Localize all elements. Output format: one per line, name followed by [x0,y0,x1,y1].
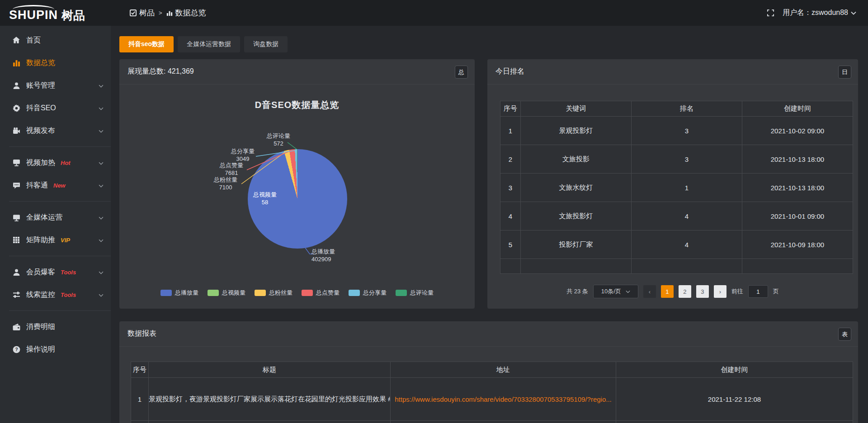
table-cell: 景观投影灯 [521,117,632,145]
bar-chart-icon [166,10,173,16]
chevron-down-icon [99,291,104,299]
legend-item[interactable]: 总视频量 [208,289,245,297]
total-view-button[interactable]: 总 [455,66,468,79]
sidebar-item-data-overview[interactable]: 数据总览 [0,52,111,74]
table-cell: 2021-10-09 18:00 [742,230,853,259]
table-cell [500,259,521,274]
chevron-down-icon [626,290,630,293]
sidebar-item-video-heat[interactable]: 视频加热 Hot [0,151,111,174]
table-cell [742,259,853,274]
sidebar-item-video-publish[interactable]: 视频发布 [0,119,111,142]
sidebar-item-instructions[interactable]: ? 操作说明 [0,338,111,361]
prev-page-button[interactable]: ‹ [643,285,656,298]
total-count-label: 共 23 条 [566,287,588,296]
sidebar-item-account[interactable]: 账号管理 [0,74,111,97]
pie-label-videos: 总视频量58 [253,191,277,206]
column-header: 排名 [632,101,742,117]
pie-label-comments: 总评论量572 [267,132,290,147]
sidebar-item-douyin-seo[interactable]: 抖音SEO [0,97,111,119]
sidebar-item-douketong[interactable]: 抖客通 New [0,174,111,197]
table-cell: 4 [632,230,742,259]
sidebar-item-home[interactable]: 首页 [0,29,111,52]
sidebar-item-label: 抖客通 [26,181,48,190]
pie-label-fans: 总粉丝量7100 [214,176,237,191]
table-cell: 景观投影灯，夜游景观投影灯厂家展示展示落花灯在花园里的灯光投影应用效果 # [149,378,391,421]
legend-swatch-icon [302,290,313,296]
goto-page-input[interactable] [748,285,768,298]
pagination: 共 23 条 10条/页 ‹ 1 2 3 › 前往 页 [487,285,858,298]
column-header: 创建时间 [742,101,853,117]
app-grid-icon [130,9,137,16]
user-menu[interactable]: 用户名：zswodun88 [783,8,856,18]
chevron-down-icon [99,127,104,135]
legend-label: 总点赞量 [316,289,340,297]
sidebar-divider [9,256,111,256]
sidebar-item-label: 账号管理 [26,81,55,90]
goto-label: 前往 [731,287,743,296]
sidebar-item-label: 视频发布 [26,126,55,136]
bar-chart-icon [12,59,20,67]
app-logo: SHUPIN 树品 [0,5,111,21]
top-header: SHUPIN 树品 树品 > 数据总览 用户名：zswodun88 [0,0,868,26]
sidebar-item-consumption-detail[interactable]: 消费明细 [0,315,111,338]
next-page-button[interactable]: › [714,285,726,298]
legend-item[interactable]: 总粉丝量 [255,289,292,297]
breadcrumb-root[interactable]: 树品 [130,8,155,18]
tools-tag: Tools [61,269,76,276]
breadcrumb-current-label: 数据总览 [175,8,206,18]
page-button-2[interactable]: 2 [679,285,691,298]
chevron-down-icon [99,181,104,189]
column-header: 标题 [149,362,391,378]
table-cell [131,421,149,423]
tab-inquiry-data[interactable]: 询盘数据 [244,36,288,52]
daily-view-button[interactable]: 日 [838,66,851,79]
chart-title: D音SEO数据量总览 [119,99,475,111]
username-label: 用户名：zswodun88 [783,8,848,18]
sidebar-item-matrix-boost[interactable]: 矩阵助推 VIP [0,229,111,251]
legend-item[interactable]: 总评论量 [396,289,434,297]
rank-table: 序号 关键词 排名 创建时间 1景观投影灯32021-10-02 09:002文… [500,101,853,274]
table-row: 2文旅投影32021-10-13 18:00 [500,145,853,174]
sidebar-item-label: 视频加热 [26,158,55,168]
sidebar-item-label: 抖音SEO [26,103,56,113]
table-cell [149,421,391,423]
page-size-select[interactable]: 10条/页 [593,285,638,298]
breadcrumb-root-label: 树品 [139,8,155,18]
table-cell: 2021-10-01 09:00 [742,202,853,230]
table-header-row: 序号 关键词 排名 创建时间 [500,101,853,117]
sidebar-item-label: 矩阵助推 [26,235,55,245]
pie-label-plays: 总播放量402909 [311,248,335,263]
tools-tag: Tools [61,291,76,298]
tab-media-operation-data[interactable]: 全媒体运营数据 [178,36,240,52]
hot-tag: Hot [61,160,71,166]
table-cell: 5 [500,230,521,259]
legend-item[interactable]: 总分享量 [349,289,387,297]
tab-douyin-seo-data[interactable]: 抖音seo数据 [119,36,174,52]
today-rank-panel: 今日排名 日 序号 关键词 排名 创建时间 1景观投影灯32021-10-02 … [487,59,858,309]
video-url-link[interactable]: https://www.iesdouyin.com/share/video/70… [391,378,616,421]
chart-legend: 总播放量总视频量总粉丝量总点赞量总分享量总评论量 [119,289,475,297]
table-view-button[interactable]: 表 [838,328,851,341]
sidebar-divider [9,310,111,311]
table-row: 1景观投影灯32021-10-02 09:00 [500,117,853,145]
sidebar-item-lead-monitor[interactable]: 线索监控 Tools [0,283,111,306]
fullscreen-icon[interactable] [767,9,774,17]
sidebar-item-member-baoke[interactable]: 会员爆客 Tools [0,261,111,283]
home-icon [12,36,20,44]
breadcrumb-current[interactable]: 数据总览 [166,8,206,18]
chevron-down-icon [99,159,104,167]
legend-item[interactable]: 总点赞量 [302,289,340,297]
legend-item[interactable]: 总播放量 [160,289,198,297]
table-row: 3文旅水纹灯12021-10-13 18:00 [500,174,853,202]
legend-label: 总视频量 [222,289,245,297]
chevron-down-icon [99,268,104,276]
table-cell: 3 [632,117,742,145]
user-icon [12,81,20,89]
page-button-3[interactable]: 3 [696,285,709,298]
logo-text-en: SHUPIN [9,5,58,21]
sidebar-item-media-operation[interactable]: 全媒体运营 [0,206,111,229]
breadcrumb: 树品 > 数据总览 [130,8,206,18]
page-button-1[interactable]: 1 [661,285,674,298]
sidebar-item-label: 会员爆客 [26,268,55,277]
sidebar-item-label: 全媒体运营 [26,213,62,222]
